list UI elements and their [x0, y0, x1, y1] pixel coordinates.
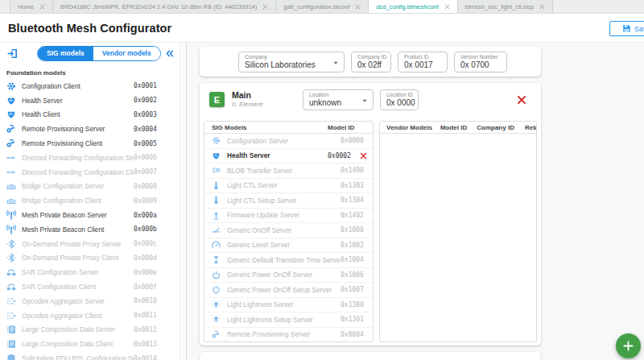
sig-model-row[interactable]: Light CTL Setup Server 0x1304 — [204, 193, 373, 209]
sig-model-row[interactable]: Generic Level Server 0x1002 — [204, 238, 373, 254]
sig-model-row[interactable]: Light Lightness Server 0x1300 — [204, 298, 373, 313]
page-title: Bluetooth Mesh Configurator — [8, 22, 171, 35]
tab[interactable]: gatt_configuration.btconf — [275, 0, 369, 13]
composition-doc-icon — [6, 325, 16, 334]
model-list-item[interactable]: SAR Configuration Client 0x000f — [0, 279, 186, 294]
model-list-item[interactable]: Directed Forwarding Configuration Server… — [0, 151, 186, 165]
location-id-field[interactable]: Location ID 0x 0000 — [380, 89, 419, 110]
sig-model-row[interactable]: Generic Default Transition Time Server 0… — [204, 253, 373, 268]
model-id: 0x0004 — [341, 331, 373, 338]
company-id-field[interactable]: Company ID 0x 02ff — [351, 52, 391, 72]
model-list-item[interactable]: Opcodes Aggregator Server 0x0010 — [0, 294, 186, 308]
model-list-item[interactable]: Large Composition Data Client 0x0013 — [0, 337, 186, 351]
model-list-item[interactable]: Bridge Configuration Client 0x0009 — [0, 193, 186, 208]
tab[interactable]: btmesh_soc_light_ctl.slcp — [457, 0, 553, 13]
heart-pulse-icon — [6, 96, 16, 106]
model-label: Health Server — [22, 97, 134, 105]
model-list-item[interactable]: Health Client 0x0003 — [0, 108, 186, 122]
sig-model-row[interactable]: Generic OnOff Server 0x1000 — [204, 223, 373, 238]
sig-table-header: SIG Models Model ID — [204, 122, 373, 134]
tab-label: gatt_configuration.btconf — [283, 3, 349, 10]
model-id: 0x0004 — [134, 126, 161, 133]
exit-panel-icon[interactable] — [6, 48, 19, 60]
model-list-item[interactable]: On-Demand Private Proxy Client 0x000d — [0, 251, 186, 266]
model-id: 0x000c — [134, 240, 161, 247]
model-id: 0x0006 — [134, 154, 161, 161]
add-element-button[interactable] — [616, 333, 641, 358]
sig-model-row[interactable]: Light Lightness Setup Server 0x1301 — [204, 312, 373, 328]
sig-model-row[interactable]: Health Server 0x0002 — [204, 149, 373, 164]
tab-bar: Home BRD4186C JimsWPK, EFR32xG24 2.4 GHz… — [0, 0, 644, 14]
beacon-icon — [6, 210, 16, 220]
sig-model-row[interactable]: Remote Provisioning Server 0x0004 — [204, 328, 373, 343]
model-list-item[interactable]: Remote Provisioning Server 0x0004 — [0, 122, 186, 136]
tab[interactable]: BRD4186C JimsWPK, EFR32xG24 2.4 GHz 10 d… — [52, 0, 276, 13]
close-icon[interactable] — [262, 4, 268, 10]
heart-pulse-icon — [6, 110, 16, 119]
model-list-item[interactable]: Mesh Private Beacon Client 0x000b — [0, 222, 186, 237]
model-list-item[interactable]: Large Composition Data Server 0x0012 — [0, 323, 186, 337]
close-icon[interactable] — [39, 4, 45, 10]
model-list-item[interactable]: Remote Provisioning Client 0x0005 — [0, 136, 186, 151]
model-label: Bridge Configuration Client — [22, 197, 134, 205]
model-label: Generic Power OnOff Setup Server — [227, 286, 341, 294]
close-icon[interactable] — [355, 4, 361, 10]
model-id: 0x1304 — [341, 197, 373, 204]
bluetooth-icon — [6, 239, 16, 249]
save-icon — [622, 24, 631, 33]
plus-icon — [622, 340, 634, 352]
gear-icon — [212, 136, 221, 145]
chevron-down-icon — [332, 60, 339, 66]
blob-transfer-icon — [212, 166, 221, 175]
sig-model-row[interactable]: Firmware Update Server 0x1402 — [204, 209, 373, 224]
model-list-item[interactable]: Mesh Private Beacon Server 0x000a — [0, 208, 186, 222]
close-icon[interactable] — [444, 4, 450, 10]
close-icon[interactable] — [539, 4, 545, 10]
save-button[interactable]: Save — [609, 21, 644, 36]
company-select[interactable]: Company Silicon Laboratories — [238, 52, 345, 72]
model-list-item[interactable]: SAR Configuration Server 0x000e — [0, 265, 186, 279]
model-list-item[interactable]: Health Server 0x0002 — [0, 93, 186, 108]
model-id: 0x0008 — [134, 183, 161, 190]
model-id: 0x1006 — [341, 271, 373, 279]
sig-model-row[interactable]: Generic Power OnOff Setup Server 0x1007 — [204, 283, 373, 298]
sig-model-row[interactable]: BLOB Transfer Server 0x1400 — [204, 163, 373, 179]
collapse-sidebar-icon[interactable] — [164, 48, 175, 59]
remove-element-icon[interactable] — [517, 95, 526, 105]
model-label: Large Composition Data Server — [22, 325, 134, 333]
model-label: Remote Provisioning Server — [227, 330, 341, 338]
model-list-item[interactable]: On-Demand Private Proxy Server 0x000c — [0, 237, 186, 251]
thermometer-icon — [212, 181, 221, 190]
remove-model-icon[interactable] — [360, 152, 367, 159]
sig-model-row[interactable]: Configuration Server 0x0000 — [204, 134, 373, 149]
model-label: SAR Configuration Server — [22, 268, 134, 276]
model-list-item[interactable]: Bridge Configuration Server 0x0008 — [0, 180, 186, 194]
model-id: 0x0001 — [134, 82, 161, 89]
tab[interactable]: Home — [10, 0, 53, 13]
model-id: 0x0012 — [134, 326, 161, 333]
beacon-icon — [6, 225, 16, 234]
model-label: Bridge Configuration Server — [22, 182, 134, 190]
save-button-label: Save — [634, 25, 644, 33]
toggle-segment[interactable]: Vendor models — [93, 47, 160, 60]
sig-model-row[interactable]: Light CTL Server 0x1303 — [204, 179, 373, 194]
sar-icon — [6, 267, 16, 277]
model-list-item[interactable]: Opcodes Aggregator Client 0x0011 — [0, 308, 186, 323]
sig-model-row[interactable]: Generic Power OnOff Server 0x1006 — [204, 268, 373, 283]
model-list-item[interactable]: Solicitation PDU RPL Configuration Serve… — [0, 351, 186, 360]
tab-label: BRD4186C JimsWPK, EFR32xG24 2.4 GHz 10 d… — [60, 3, 257, 10]
product-id-field[interactable]: Product ID 0x 0017 — [398, 52, 448, 72]
next-element-card — [200, 352, 541, 360]
tab[interactable]: dcd_config.btmeshconf — [368, 0, 457, 13]
model-id: 0x000d — [134, 254, 161, 262]
model-id: 0x0002 — [134, 97, 161, 104]
opcodes-icon — [6, 296, 16, 306]
model-list-item[interactable]: Configuration Client 0x0001 — [0, 79, 186, 93]
model-id: 0x0000 — [341, 137, 373, 144]
version-number-field[interactable]: Version Number 0x 0700 — [454, 52, 507, 72]
element-title: Main 0. Element — [232, 90, 262, 108]
model-list-item[interactable]: Directed Forwarding Configuration Client… — [0, 165, 186, 180]
forward-arrow-icon — [6, 168, 16, 177]
toggle-segment[interactable]: SIG models — [38, 47, 93, 60]
location-select[interactable]: Location unknown — [303, 89, 374, 110]
